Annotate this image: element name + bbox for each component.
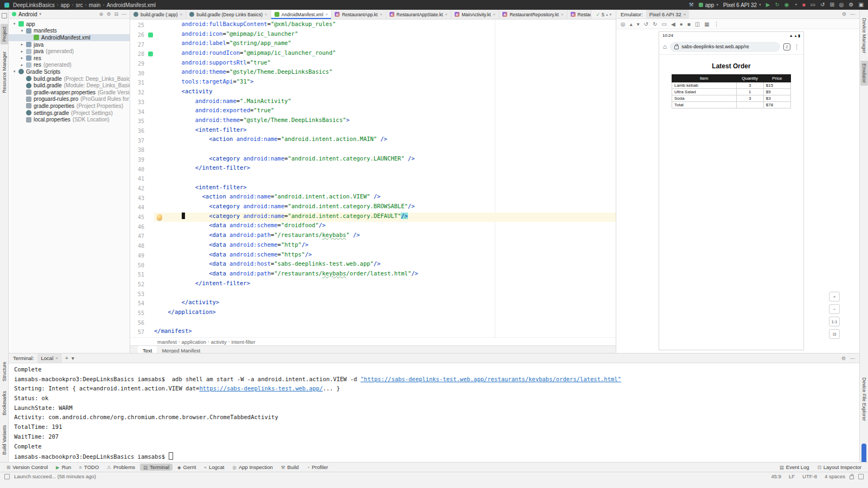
emulator-screen[interactable]: 10:24 ▲▴▮ ⌂ sabs-deeplinks-test.web.app/… xyxy=(659,31,804,350)
tab-switcher-button[interactable]: 2 xyxy=(783,43,790,50)
editor-tab-restaurantappstate-kt[interactable]: KRestaurantAppState.kt× xyxy=(386,10,451,19)
tool-button-logcat[interactable]: ≈Logcat xyxy=(201,464,227,471)
terminal-tab-local[interactable]: Local × xyxy=(37,354,62,363)
status-widget-lf[interactable]: LF xyxy=(789,473,795,479)
run-configuration-select[interactable]: app ▾ xyxy=(699,2,718,8)
settings-icon[interactable]: ⚙ xyxy=(849,0,854,10)
code-line-36[interactable]: 36 <intent-filter> xyxy=(130,126,616,136)
notifications-icon[interactable]: ▣ xyxy=(859,0,864,10)
tool-button-app-inspection[interactable]: ◎App Inspection xyxy=(229,464,276,471)
code-line-39[interactable]: 39 <category android:name="android.inten… xyxy=(130,155,616,165)
code-line-26[interactable]: 26 android:icon="@mipmap/ic_launcher" xyxy=(130,30,616,40)
hide-emulator-icon[interactable]: — xyxy=(850,11,855,17)
tool-window-button-device-manager[interactable]: Device Manager xyxy=(860,15,868,56)
editor-tab-restaurantapp-kt[interactable]: KRestaurantApp.kt× xyxy=(331,10,386,19)
build-hammer-icon[interactable]: ⚒ xyxy=(689,0,694,10)
tree-item-androidmanifest-xml[interactable]: AndroidManifest.xml xyxy=(9,34,130,41)
editor-tab-androidmanifest-xml[interactable]: AndroidManifest.xml× xyxy=(271,10,332,19)
scrollbar-thumb[interactable] xyxy=(861,444,866,464)
locate-file-icon[interactable]: ⊕ xyxy=(99,11,104,17)
code-line-25[interactable]: 25 android:fullBackupContent="@xml/backu… xyxy=(130,21,616,30)
zoom-in-button[interactable]: + xyxy=(829,292,840,301)
tool-window-button-structure[interactable]: Structure xyxy=(1,359,8,384)
tree-item-res[interactable]: ▸res xyxy=(9,55,130,62)
tree-chevron-icon[interactable]: ▾ xyxy=(12,69,17,74)
collapse-all-icon[interactable]: ⊟ xyxy=(114,11,118,17)
code-line-31[interactable]: 31 tools:targetApi="31"> xyxy=(130,78,616,88)
code-line-35[interactable]: 35 android:theme="@style/Theme.DeepLinks… xyxy=(130,117,616,126)
gradle-sync-icon[interactable]: ↺ xyxy=(820,0,825,10)
fold-icon[interactable]: ▭ xyxy=(662,21,667,27)
zoom-reset-button[interactable]: 1:1 xyxy=(829,317,840,326)
code-line-55[interactable]: 55 </application> xyxy=(130,309,616,318)
tool-window-button-build-variants[interactable]: Build Variants xyxy=(1,422,8,458)
terminal-output[interactable]: Completeiamsabs-macbookpro3:DeepLinksBas… xyxy=(9,363,859,465)
new-session-button[interactable]: + xyxy=(65,355,68,361)
snapshot-icon[interactable]: ▦ xyxy=(704,21,709,27)
code-line-56[interactable]: 56 xyxy=(130,318,616,328)
code-line-27[interactable]: 27 android:label="@string/app_name" xyxy=(130,40,616,49)
tree-item-gradle-wrapper-properties-gradle-version[interactable]: gradle-wrapper.properties(Gradle Version… xyxy=(9,89,130,96)
tree-chevron-icon[interactable]: ▸ xyxy=(20,49,24,54)
status-widget-4-spaces[interactable]: 4 spaces xyxy=(825,473,845,479)
close-tab-icon[interactable]: × xyxy=(380,12,382,17)
zoom-fit-button[interactable]: ⊡ xyxy=(829,329,840,339)
close-tab-icon[interactable]: × xyxy=(265,12,267,17)
tool-window-button-bookmarks[interactable]: Bookmarks xyxy=(1,388,8,418)
volume-up-icon[interactable]: ▴ xyxy=(630,21,633,27)
code-line-29[interactable]: 29 android:supportsRtl="true" xyxy=(130,59,616,69)
tree-item-app[interactable]: ▾app xyxy=(9,21,130,28)
code-line-38[interactable]: 38 xyxy=(130,145,616,155)
breadcrumb-activity[interactable]: activity xyxy=(211,339,227,345)
readonly-lock-icon[interactable] xyxy=(850,476,854,479)
rotate-left-icon[interactable]: ↺ xyxy=(644,21,648,27)
tree-item-build-gradle-module-deep-links-basics-app[interactable]: build.gradle(Module: Deep_Links_Basics.a… xyxy=(9,82,130,89)
editor-tab-mainactivity-kt[interactable]: KMainActivity.kt× xyxy=(451,10,499,19)
code-line-45[interactable]: 45 <category android:name="android.inten… xyxy=(130,213,616,222)
close-tab-icon[interactable]: × xyxy=(445,12,448,17)
code-line-43[interactable]: 43 <action android:name="android.intent.… xyxy=(130,193,616,203)
search-icon[interactable]: ◎ xyxy=(839,0,844,10)
wifi-icon[interactable]: ▲ xyxy=(789,34,793,38)
tool-button-todo[interactable]: ≡TODO xyxy=(76,464,102,471)
url-bar[interactable]: sabs-deeplinks-test.web.app/re xyxy=(670,42,780,52)
signal-icon[interactable]: ▴ xyxy=(795,34,797,38)
tree-item-gradle-scripts[interactable]: ▾Gradle Scripts xyxy=(9,68,130,75)
close-tab-icon[interactable]: × xyxy=(493,12,496,17)
close-icon[interactable]: × xyxy=(55,356,58,361)
notifications-bell-icon[interactable] xyxy=(858,474,864,479)
terminal-link[interactable]: https://sabs-deeplinks-test.web.app/ xyxy=(199,385,323,391)
tree-item-gradle-properties-project-properties[interactable]: gradle.properties(Project Properties) xyxy=(9,102,130,110)
tool-button-run[interactable]: ▶Run xyxy=(53,464,74,471)
hide-terminal-icon[interactable]: — xyxy=(850,356,855,361)
tool-window-button-device-file-explorer[interactable]: Device File Explorer xyxy=(860,375,868,424)
tree-item-proguard-rules-pro-proguard-rules-for-deep-lin[interactable]: proguard-rules.pro(ProGuard Rules for De… xyxy=(9,96,130,103)
tool-button-event-log[interactable]: ▤Event Log xyxy=(776,464,813,471)
close-tab-icon[interactable]: × xyxy=(326,12,328,17)
editor-tab-build-gradle-app[interactable]: build.gradle (:app)× xyxy=(130,10,186,19)
screenshot-icon[interactable]: ◫ xyxy=(695,21,700,27)
overview-icon[interactable]: ■ xyxy=(687,21,691,27)
tree-item-build-gradle-project-deep-links-basics[interactable]: build.gradle(Project: Deep_Links_Basics) xyxy=(9,75,130,82)
breadcrumb-intent-filter[interactable]: intent-filter xyxy=(231,339,255,345)
code-line-51[interactable]: 51 <data android:path="/restaurants/keyb… xyxy=(130,270,616,280)
close-tab-icon[interactable]: × xyxy=(561,12,564,17)
code-line-42[interactable]: 42 <intent-filter> xyxy=(130,184,616,194)
device-manager-icon[interactable]: ▭ xyxy=(810,0,815,10)
more-icon[interactable]: ⋮ xyxy=(714,21,719,27)
tool-button-version-control[interactable]: ⊞Version Control xyxy=(3,464,51,471)
editor-tab-restaurantrepository-kt[interactable]: KRestaurantRepository.kt× xyxy=(499,10,567,19)
inspection-widget[interactable]: ✓ 5 ▴ ▾ xyxy=(591,10,616,19)
profile-icon[interactable]: ◔ xyxy=(794,0,797,10)
chrome-menu-icon[interactable]: ⋮ xyxy=(794,43,800,50)
home-icon[interactable]: ⌂ xyxy=(663,43,667,50)
next-problem-icon[interactable]: ▾ xyxy=(609,12,611,17)
tool-button-gerrit[interactable]: ◆Gerrit xyxy=(174,464,199,471)
power-icon[interactable]: ◎ xyxy=(621,21,626,27)
code-line-37[interactable]: 37 <action android:name="android.intent.… xyxy=(130,136,616,145)
device-select[interactable]: Pixel 6 API 32 ▾ xyxy=(723,2,761,8)
code-line-49[interactable]: 49 <data android:scheme="https"/> xyxy=(130,251,616,261)
tree-chevron-icon[interactable]: ▸ xyxy=(20,42,24,47)
code-line-44[interactable]: 44 <category android:name="android.inten… xyxy=(130,203,616,213)
tree-item-local-properties-sdk-location[interactable]: local.properties(SDK Location) xyxy=(9,116,130,123)
